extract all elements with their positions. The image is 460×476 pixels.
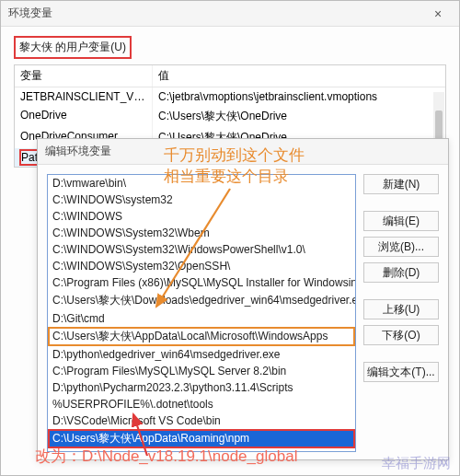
list-item[interactable]: %USERPROFILE%\.dotnet\tools — [48, 396, 355, 412]
outer-titlebar: 环境变量 × — [1, 1, 459, 27]
list-item[interactable]: C:\WINDOWS\System32\Wbem — [48, 225, 355, 241]
edit-path-dialog: 编辑环境变量 D:\vmware\bin\ C:\WINDOWS\system3… — [37, 138, 449, 460]
delete-button[interactable]: 删除(D) — [363, 262, 439, 283]
new-button[interactable]: 新建(N) — [363, 174, 439, 194]
table-row[interactable]: JETBRAINSCLIENT_VM_OP... C:\jetbra\vmopt… — [15, 87, 445, 106]
inner-title: 编辑环境变量 — [45, 144, 111, 159]
path-entries-list[interactable]: D:\vmware\bin\ C:\WINDOWS\system32 C:\WI… — [47, 174, 356, 452]
inner-titlebar: 编辑环境变量 — [38, 139, 448, 165]
list-item-npm-selected[interactable]: C:\Users\黎大侠\AppData\Roaming\npm — [48, 429, 355, 448]
list-item[interactable]: C:\Program Files\MySQL\MySQL Server 8.2\… — [48, 363, 355, 379]
browse-button[interactable]: 浏览(B)... — [363, 237, 439, 257]
list-item[interactable]: C:\Program Files (x86)\MySQL\MySQL Insta… — [48, 274, 355, 291]
table-row[interactable]: OneDrive C:\Users\黎大侠\OneDrive — [15, 106, 445, 127]
list-item[interactable]: C:\Users\黎大侠\Downloads\edgedriver_win64\… — [48, 291, 355, 310]
list-item-windowsapps[interactable]: C:\Users\黎大侠\AppData\Local\Microsoft\Win… — [48, 327, 355, 346]
list-item[interactable]: D:\Git\cmd — [48, 310, 355, 327]
outer-title: 环境变量 — [8, 6, 52, 21]
move-down-button[interactable]: 下移(O) — [363, 325, 439, 345]
col-value-header: 值 — [153, 65, 445, 87]
list-item[interactable]: D:\python\edgedriver_win64\msedgedriver.… — [48, 346, 355, 363]
table-header: 变量 值 — [15, 65, 445, 87]
edit-button[interactable]: 编辑(E) — [363, 211, 439, 231]
list-item[interactable]: C:\WINDOWS\System32\WindowsPowerShell\v1… — [48, 241, 355, 258]
list-item[interactable]: C:\WINDOWS — [48, 208, 355, 225]
list-item[interactable]: D:\python\Pycharm2023.2.3\python3.11.4\S… — [48, 379, 355, 396]
edit-text-button[interactable]: 编辑文本(T)... — [363, 362, 439, 382]
close-icon[interactable]: × — [424, 6, 452, 21]
list-item[interactable]: C:\WINDOWS\System32\OpenSSH\ — [48, 258, 355, 274]
move-up-button[interactable]: 上移(U) — [363, 299, 439, 319]
list-item[interactable]: C:\WINDOWS\system32 — [48, 192, 355, 208]
button-column: 新建(N) 编辑(E) 浏览(B)... 删除(D) 上移(U) 下移(O) 编… — [363, 174, 439, 452]
list-item[interactable]: D:\VSCode\Microsoft VS Code\bin — [48, 412, 355, 429]
user-vars-label: 黎大侠 的用户变量(U) — [14, 36, 132, 59]
col-name-header: 变量 — [15, 65, 153, 87]
list-item[interactable]: D:\vmware\bin\ — [48, 175, 355, 192]
